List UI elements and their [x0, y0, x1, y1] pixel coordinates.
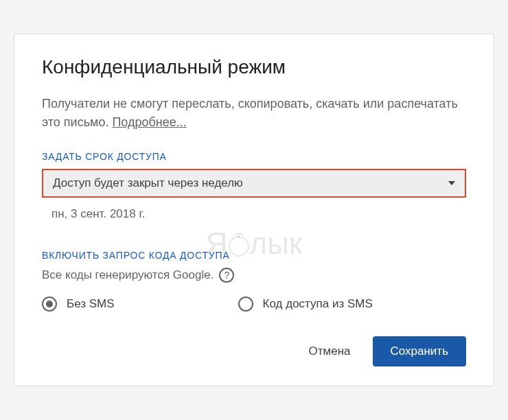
help-icon[interactable]: ?	[219, 268, 234, 283]
expiration-date-text: пн, 3 сент. 2018 г.	[42, 207, 466, 221]
learn-more-link[interactable]: Подробнее...	[112, 115, 186, 129]
radio-label-sms: Код доступа из SMS	[263, 297, 373, 311]
radio-icon	[42, 296, 57, 312]
save-button[interactable]: Сохранить	[373, 336, 466, 366]
passcode-description-row: Все коды генерируются Google. ?	[42, 268, 466, 283]
expiration-dropdown[interactable]: Доступ будет закрыт через неделю	[42, 169, 466, 198]
passcode-description-text: Все коды генерируются Google.	[42, 268, 213, 282]
chevron-down-icon	[448, 181, 455, 185]
radio-option-no-sms[interactable]: Без SMS	[42, 296, 115, 312]
radio-icon	[238, 296, 253, 312]
radio-label-no-sms: Без SMS	[67, 297, 115, 311]
dialog-actions: Отмена Сохранить	[42, 336, 466, 366]
dialog-title: Конфиденциальный режим	[42, 56, 466, 78]
expiration-section-label: ЗАДАТЬ СРОК ДОСТУПА	[42, 151, 466, 162]
expiration-selected-value: Доступ будет закрыт через неделю	[53, 176, 243, 190]
radio-option-sms[interactable]: Код доступа из SMS	[238, 296, 373, 312]
confidential-mode-dialog: Конфиденциальный режим Получатели не смо…	[14, 34, 494, 386]
passcode-section-label: ВКЛЮЧИТЬ ЗАПРОС КОДА ДОСТУПА	[42, 250, 466, 261]
description-text: Получатели не смогут переслать, скопиров…	[42, 97, 458, 129]
cancel-button[interactable]: Отмена	[303, 338, 356, 365]
dialog-description: Получатели не смогут переслать, скопиров…	[42, 95, 466, 132]
passcode-radio-group: Без SMS Код доступа из SMS	[42, 296, 466, 312]
